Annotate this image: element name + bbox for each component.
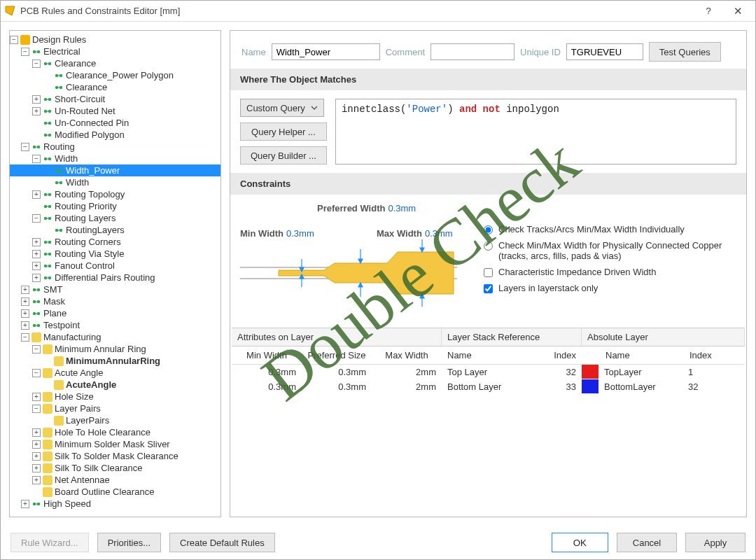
layerstack-only-checkbox[interactable]: Layers in layerstack only: [484, 283, 736, 293]
collapse-icon[interactable]: −: [32, 345, 41, 354]
tree-item[interactable]: +SMT: [10, 284, 220, 295]
tree-item[interactable]: MinimumAnnularRing: [10, 355, 220, 367]
expand-icon[interactable]: +: [21, 286, 29, 294]
priorities-button[interactable]: Priorities...: [97, 533, 161, 552]
table-row[interactable]: 0.3mm0.3mm2mmBottom Layer33BottomLayer32: [232, 379, 745, 394]
tree-item[interactable]: +Un-Routed Net: [10, 105, 220, 117]
tree-item[interactable]: +High Speed: [10, 498, 220, 510]
name-input[interactable]: [272, 43, 380, 60]
collapse-icon[interactable]: −: [21, 333, 29, 342]
tree-item[interactable]: +Minimum Solder Mask Sliver: [10, 438, 220, 450]
tree-item[interactable]: −Routing Layers: [10, 212, 220, 224]
tree-item[interactable]: Modified Polygon: [10, 129, 220, 141]
tree-label: Routing: [43, 141, 75, 152]
tree-item[interactable]: +Silk To Solder Mask Clearance: [10, 450, 220, 462]
expand-icon[interactable]: +: [32, 262, 41, 270]
tree-item[interactable]: +Mask: [10, 295, 220, 307]
tree-item[interactable]: Routing Priority: [10, 200, 220, 212]
tree-item[interactable]: Board Outline Clearance: [10, 486, 220, 498]
tree-item[interactable]: −Width: [10, 153, 220, 164]
tree-item[interactable]: +Silk To Silk Clearance: [10, 462, 220, 474]
rules-tree[interactable]: −Design Rules−Electrical−ClearanceCleara…: [9, 30, 221, 517]
query-helper-button[interactable]: Query Helper ...: [240, 122, 327, 141]
table-row[interactable]: 0.3mm0.3mm2mmTop Layer32TopLayer1: [232, 365, 745, 379]
expand-icon[interactable]: +: [32, 464, 41, 472]
layer-color-swatch: [582, 379, 598, 393]
expand-icon[interactable]: +: [32, 393, 41, 401]
expand-icon[interactable]: +: [32, 274, 41, 282]
collapse-icon[interactable]: −: [32, 369, 41, 377]
tree-item[interactable]: +Short-Circuit: [10, 93, 220, 105]
collapse-icon[interactable]: −: [32, 155, 41, 163]
collapse-icon[interactable]: −: [32, 59, 41, 68]
tree-item[interactable]: Width_Power: [10, 164, 220, 176]
expand-icon[interactable]: +: [21, 321, 29, 330]
tree-item[interactable]: −Acute Angle: [10, 367, 220, 379]
tree-label: Routing Corners: [55, 237, 121, 247]
tree-item[interactable]: +Net Antennae: [10, 474, 220, 486]
tree-item[interactable]: +Plane: [10, 307, 220, 319]
ok-button[interactable]: OK: [552, 533, 608, 552]
tree-item[interactable]: +Fanout Control: [10, 260, 220, 272]
rule-icon: [43, 404, 52, 414]
collapse-icon[interactable]: −: [21, 143, 29, 151]
tree-item[interactable]: RoutingLayers: [10, 224, 220, 236]
test-queries-button[interactable]: Test Queries: [649, 42, 721, 62]
tree-item[interactable]: +Routing Corners: [10, 236, 220, 248]
expand-icon[interactable]: +: [32, 476, 41, 484]
tree-label: Un-Connected Pin: [55, 118, 129, 128]
cancel-button[interactable]: Cancel: [617, 533, 677, 552]
help-button[interactable]: ?: [694, 1, 723, 21]
tree-item[interactable]: −Minimum Annular Ring: [10, 343, 220, 355]
collapse-icon[interactable]: −: [32, 405, 41, 413]
tree-item[interactable]: Clearance: [10, 81, 220, 93]
tree-item[interactable]: +Hole Size: [10, 391, 220, 402]
impedance-checkbox[interactable]: Characteristic Impedance Driven Width: [484, 267, 736, 277]
rule-icon: [31, 309, 41, 318]
expand-icon[interactable]: +: [21, 309, 29, 318]
expand-icon[interactable]: +: [32, 250, 41, 258]
expand-icon[interactable]: +: [32, 238, 41, 246]
expand-icon[interactable]: +: [32, 190, 41, 199]
apply-button[interactable]: Apply: [685, 533, 746, 552]
tree-item[interactable]: −Design Rules: [10, 34, 220, 46]
uid-input[interactable]: [566, 43, 643, 60]
collapse-icon[interactable]: −: [32, 214, 41, 223]
close-button[interactable]: ✕: [723, 1, 752, 21]
rule-icon: [43, 440, 52, 449]
tree-item[interactable]: +Differential Pairs Routing: [10, 272, 220, 284]
tree-item[interactable]: Width: [10, 176, 220, 188]
tree-label: Design Rules: [32, 34, 86, 45]
check-individual-radio[interactable]: Check Tracks/Arcs Min/Max Width Individu…: [484, 224, 736, 234]
tree-item[interactable]: +Routing Topology: [10, 188, 220, 200]
expand-icon[interactable]: +: [21, 298, 29, 306]
expand-icon[interactable]: +: [21, 500, 29, 508]
expand-icon[interactable]: +: [32, 452, 41, 461]
query-builder-button[interactable]: Query Builder ...: [240, 146, 327, 164]
expand-icon[interactable]: +: [32, 428, 41, 437]
expand-icon[interactable]: +: [32, 440, 41, 449]
comment-input[interactable]: [430, 43, 514, 60]
match-type-dropdown[interactable]: Custom Query: [240, 99, 324, 117]
tree-item[interactable]: Un-Connected Pin: [10, 117, 220, 129]
create-default-rules-button[interactable]: Create Default Rules: [169, 533, 275, 552]
tree-item[interactable]: Clearance_Power Polygon: [10, 69, 220, 81]
layers-table[interactable]: Attributes on Layer Layer Stack Referenc…: [232, 328, 745, 394]
tree-item[interactable]: −Manufacturing: [10, 331, 220, 343]
tree-item[interactable]: LayerPairs: [10, 414, 220, 426]
expand-icon[interactable]: +: [32, 107, 41, 115]
tree-item[interactable]: −Electrical: [10, 46, 220, 57]
tree-item[interactable]: +Hole To Hole Clearance: [10, 426, 220, 438]
collapse-icon[interactable]: −: [21, 48, 29, 56]
check-connected-radio[interactable]: Check Min/Max Width for Physically Conne…: [484, 240, 736, 261]
query-textarea[interactable]: innetclass('Power') and not inpolygon: [335, 99, 736, 164]
tree-item[interactable]: −Clearance: [10, 57, 220, 69]
tree-label: RoutingLayers: [66, 225, 125, 235]
collapse-icon[interactable]: −: [10, 36, 18, 44]
tree-item[interactable]: +Testpoint: [10, 319, 220, 331]
tree-item[interactable]: −Layer Pairs: [10, 402, 220, 414]
tree-item[interactable]: +Routing Via Style: [10, 248, 220, 260]
tree-item[interactable]: AcuteAngle: [10, 379, 220, 391]
expand-icon[interactable]: +: [32, 95, 41, 104]
tree-item[interactable]: −Routing: [10, 141, 220, 153]
